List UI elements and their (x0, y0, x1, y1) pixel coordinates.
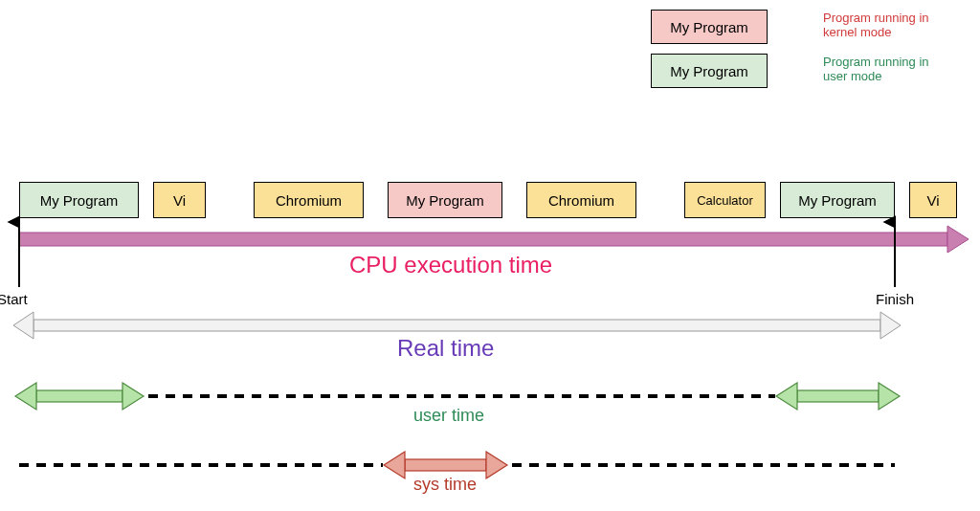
svg-rect-0 (19, 233, 947, 246)
user-time-left-arrow (15, 383, 144, 410)
svg-rect-2 (33, 320, 880, 331)
svg-rect-11 (405, 459, 486, 471)
sys-time-arrow (384, 452, 507, 478)
svg-marker-7 (122, 383, 144, 410)
real-time-arrow (13, 312, 901, 339)
svg-marker-4 (880, 312, 901, 339)
user-time-right-arrow (776, 383, 900, 410)
svg-marker-3 (13, 312, 33, 339)
svg-marker-9 (776, 383, 797, 410)
diagram-svg (0, 0, 980, 511)
svg-marker-13 (486, 452, 507, 478)
svg-rect-8 (797, 390, 879, 402)
svg-marker-12 (384, 452, 405, 478)
svg-marker-10 (879, 383, 900, 410)
svg-marker-6 (15, 383, 36, 410)
cpu-time-arrow (19, 226, 969, 253)
svg-rect-5 (36, 390, 122, 402)
svg-marker-1 (947, 226, 969, 253)
